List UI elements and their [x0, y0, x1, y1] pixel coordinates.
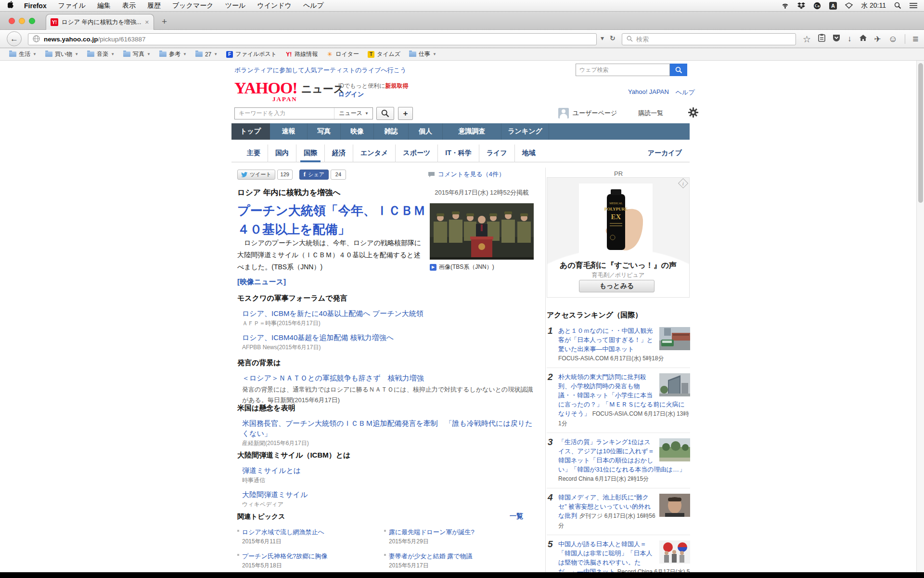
nav-tab-video[interactable]: 映像 [341, 123, 374, 140]
tab-close-icon[interactable]: ✕ [145, 19, 149, 26]
nav-tab-photo[interactable]: 写真 [308, 123, 341, 140]
scrollbar-thumb[interactable] [918, 63, 923, 203]
menu-bookmarks[interactable]: ブックマーク [172, 1, 214, 10]
bookmark-folder-work[interactable]: 仕事▼ [405, 50, 441, 58]
user-page-link[interactable]: ユーザーページ [573, 109, 617, 118]
bookmark-star-icon[interactable]: ☆ [803, 34, 811, 45]
article-title-link[interactable]: プーチン大統領「今年、ＩＣＢＭ４０基以上を配備」 [237, 201, 432, 239]
related-topics-list-link[interactable]: 一覧 [510, 512, 523, 521]
menu-window[interactable]: ウインドウ [257, 1, 292, 10]
add-search-button[interactable]: + [398, 107, 413, 120]
bookmark-reuters[interactable]: ✳ロイター [322, 50, 363, 58]
news-link[interactable]: ロシア、ICBM40基超を追加配備 核戦力増強へ [242, 332, 537, 342]
subnav-world[interactable]: 国際 [296, 144, 325, 162]
login-link[interactable]: ログイン [338, 91, 364, 98]
ad-title[interactable]: あの育毛剤に『すごいっ！』の声 [547, 261, 689, 271]
bookmark-transit[interactable]: Y!路線情報 [281, 50, 322, 58]
facebook-share-button[interactable]: f シェア [299, 170, 329, 180]
creative-cloud-icon[interactable]: Co [813, 2, 821, 10]
ranking-thumbnail[interactable] [659, 540, 690, 564]
yahoo-news-logo[interactable]: YAHOO! JAPAN ニュース [234, 81, 344, 103]
register-link[interactable]: 新規取得 [385, 82, 408, 89]
menu-view[interactable]: 表示 [122, 1, 136, 10]
user-avatar[interactable] [558, 108, 569, 118]
back-button[interactable]: ← [7, 31, 22, 46]
bookmark-folder-reference[interactable]: 参考▼ [155, 50, 191, 58]
ad-info-icon[interactable]: i [678, 178, 688, 188]
search-scope-dropdown[interactable]: ニュース▼ [334, 108, 369, 119]
subscriptions-link[interactable]: 購読一覧 [638, 109, 663, 118]
bookmark-folder-life[interactable]: 生活▼ [5, 50, 41, 58]
bookmark-folder-photo[interactable]: 写真▼ [119, 50, 155, 58]
new-tab-button[interactable]: + [162, 16, 167, 27]
pocket-icon[interactable] [833, 34, 840, 44]
news-search-button[interactable] [376, 107, 394, 120]
hamburger-menu-icon[interactable]: ≡ [912, 33, 918, 45]
news-link[interactable]: ロシア、ICBMを新たに40基以上配備へ プーチン大統領 [242, 308, 537, 318]
menu-edit[interactable]: 編集 [97, 1, 111, 10]
nav-tab-ranking[interactable]: ランキング [501, 123, 549, 140]
urlbar-dropdown-icon[interactable]: ▾ [601, 34, 604, 42]
subnav-sports[interactable]: スポーツ [396, 144, 438, 162]
bookmark-filepost[interactable]: Fファイルポスト [222, 50, 281, 58]
promo-banner-link[interactable]: ボランティアに参加して人気アーティストのライブへ行こう [234, 66, 406, 75]
ranking-thumbnail[interactable] [659, 327, 690, 350]
news-link[interactable]: 大陸間弾道ミサイル [242, 489, 537, 499]
image-caption[interactable]: ▶ 画像(TBS系（JNN）) [430, 263, 494, 271]
ranking-thumbnail[interactable] [659, 494, 690, 517]
news-link[interactable]: 米国務長官、プーチン大統領のＩＣＢＭ追加配備発言を牽制 「誰も冷戦時代には戻りた… [242, 418, 537, 438]
subnav-region[interactable]: 地域 [515, 144, 543, 162]
browser-tab[interactable]: Y! ロシア 年内に核戦力を増強... ✕ [46, 14, 154, 30]
subnav-entertainment[interactable]: エンタメ [353, 144, 396, 162]
wifi-icon[interactable] [781, 2, 789, 9]
window-minimize-button[interactable] [19, 18, 25, 24]
news-link[interactable]: ＜ロシア＞ＮＡＴＯとの軍拡競争も辞さず 核戦力増強 [242, 373, 537, 383]
article-image[interactable] [430, 203, 534, 260]
dropbox-icon[interactable] [797, 2, 805, 9]
reload-icon[interactable]: ↻ [610, 34, 616, 42]
share-plane-icon[interactable]: ✈ [874, 34, 881, 44]
menu-file[interactable]: ファイル [58, 1, 86, 10]
subnav-it-science[interactable]: IT・科学 [438, 144, 479, 162]
spotlight-icon[interactable] [894, 2, 901, 9]
nav-tab-survey[interactable]: 意識調査 [443, 123, 501, 140]
menu-tools[interactable]: ツール [225, 1, 246, 10]
window-zoom-button[interactable] [29, 18, 35, 24]
smiley-extension-icon[interactable]: ☺ [888, 34, 898, 44]
bookmark-folder-27[interactable]: 27▼ [191, 51, 222, 58]
keyword-search-input[interactable]: キーワードを入力 ニュース▼ [234, 107, 373, 119]
ranking-thumbnail[interactable] [659, 373, 690, 396]
apple-menu-icon[interactable] [8, 1, 14, 10]
subnav-domestic[interactable]: 国内 [268, 144, 296, 162]
bookmark-times[interactable]: Tタイムズ [363, 50, 405, 58]
nav-tab-top[interactable]: トップ [231, 123, 270, 140]
ad-box[interactable]: i MEDICAL POLYPURE EX あの育毛剤に『すごいっ！』の声 [547, 177, 690, 298]
tweet-button[interactable]: ツイート [237, 170, 275, 180]
menu-help[interactable]: ヘルプ [303, 1, 324, 10]
nav-tab-flash[interactable]: 速報 [270, 123, 308, 140]
notification-center-icon[interactable] [910, 2, 917, 9]
ranking-thumbnail[interactable] [659, 438, 690, 461]
ad-more-button[interactable]: もっとみる [579, 280, 654, 292]
url-bar[interactable]: news.yahoo.co.jp/pickup/6163887 [28, 33, 597, 45]
help-link[interactable]: ヘルプ [676, 88, 695, 97]
diamond-menu-icon[interactable] [845, 2, 853, 9]
window-close-button[interactable] [9, 18, 15, 24]
bookmarks-panel-icon[interactable] [818, 34, 825, 44]
news-link[interactable]: 弾道ミサイルとは [242, 465, 537, 475]
menu-firefox[interactable]: Firefox [24, 2, 47, 10]
menubar-clock[interactable]: 水 20:11 [861, 1, 886, 10]
web-search-input[interactable]: ウェブ検索 [576, 64, 670, 76]
downloads-icon[interactable]: ↓ [847, 34, 852, 44]
web-search-button[interactable] [670, 64, 687, 76]
browser-search-field[interactable]: 検索 [622, 33, 796, 45]
video-news-link[interactable]: [映像ニュース] [237, 277, 286, 287]
nav-tab-personal[interactable]: 個人 [409, 123, 443, 140]
input-source-icon[interactable]: A [829, 2, 837, 10]
nav-tab-magazine[interactable]: 雑誌 [374, 123, 409, 140]
bookmark-folder-music[interactable]: 音楽▼ [83, 50, 119, 58]
menu-history[interactable]: 履歴 [147, 1, 161, 10]
bookmark-folder-shopping[interactable]: 買い物▼ [41, 50, 83, 58]
page-scrollbar[interactable] [916, 61, 924, 572]
settings-gear-icon[interactable] [688, 107, 698, 119]
